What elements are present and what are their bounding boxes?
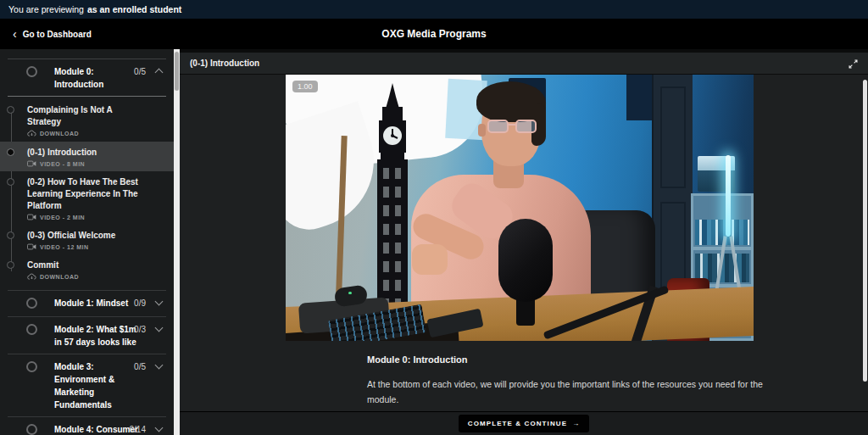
module-progress-count: 0/9	[134, 298, 146, 308]
module-title: Module 2: What $1m in 57 days looks like	[54, 323, 139, 349]
module-section-0: Module 0: Introduction 0/5 Complaining I…	[0, 59, 174, 290]
lesson-content-area: 1.00 Module 0: Introduction At the botto…	[180, 75, 868, 410]
module-progress-circle	[26, 324, 37, 335]
video-player[interactable]: 1.00	[286, 75, 754, 341]
video-camera-icon	[27, 243, 36, 250]
module-header-3[interactable]: Module 3: Environment & Marketing Fundam…	[0, 354, 174, 416]
cloud-download-icon	[27, 130, 36, 137]
lesson-item-commit[interactable]: Commit DOWNLOAD	[0, 254, 174, 285]
preview-banner: You are previewing as an enrolled studen…	[0, 0, 868, 19]
lesson-status-circle-current	[7, 148, 14, 156]
module-progress-circle	[26, 424, 37, 435]
go-to-dashboard-link[interactable]: ‹ Go to Dashboard	[13, 30, 92, 39]
module-progress-circle	[26, 361, 37, 372]
course-title: OXG Media Programs	[0, 28, 868, 40]
module-progress-count: 0/5	[134, 362, 146, 371]
lesson-title: (0-1) Introduction	[27, 147, 147, 159]
complete-button-label: COMPLETE & CONTINUE	[468, 420, 567, 427]
lesson-item-0-2[interactable]: (0-2) How To Have The Best Learning Expe…	[0, 171, 174, 225]
arrow-right-icon: →	[572, 420, 580, 427]
lesson-title: Complaining Is Not A Strategy	[27, 104, 147, 128]
lesson-meta: VIDEO - 12 MIN	[40, 244, 89, 250]
glasses-lens	[515, 120, 537, 133]
lesson-description: Module 0: Introduction At the bottom of …	[367, 354, 781, 408]
description-body: At the bottom of each video, we will pro…	[367, 376, 781, 408]
module-section-1: Module 1: Mindset 0/9	[0, 291, 174, 316]
module-header-4[interactable]: Module 4: Consumer Psychology 0/14	[0, 417, 174, 435]
lesson-footer-bar: COMPLETE & CONTINUE →	[180, 411, 868, 435]
lesson-meta: VIDEO - 8 MIN	[40, 161, 85, 167]
sidebar-scrollbar-thumb[interactable]	[175, 52, 179, 91]
lesson-title: (0-3) Official Welcome	[27, 230, 147, 242]
module-title: Module 1: Mindset	[54, 297, 139, 310]
complete-continue-button[interactable]: COMPLETE & CONTINUE →	[459, 415, 589, 432]
module-progress-count: 0/3	[134, 325, 146, 334]
module-title: Module 4: Consumer Psychology	[54, 423, 139, 435]
module-section-4: Module 4: Consumer Psychology 0/14	[0, 417, 174, 435]
lesson-status-circle	[7, 178, 14, 186]
lesson-status-circle	[7, 231, 14, 239]
video-camera-icon	[27, 214, 36, 220]
module-title: Module 0: Introduction	[54, 65, 139, 91]
glasses-lens	[487, 120, 509, 133]
chevron-down-icon	[155, 324, 164, 332]
module-title: Module 3: Environment & Marketing Fundam…	[54, 360, 139, 411]
preview-banner-bold-text: as an enrolled student	[87, 4, 181, 14]
description-heading: Module 0: Introduction	[367, 354, 781, 365]
module-progress-circle	[26, 298, 37, 309]
lesson-main-panel: (0-1) Introduction	[180, 49, 868, 435]
app-header: ‹ Go to Dashboard OXG Media Programs	[0, 19, 868, 49]
chevron-up-icon	[155, 69, 164, 77]
playback-speed-badge[interactable]: 1.00	[292, 81, 318, 92]
lesson-title: (0-2) How To Have The Best Learning Expe…	[27, 176, 147, 212]
person-ear	[478, 124, 486, 137]
module-section-3: Module 3: Environment & Marketing Fundam…	[0, 354, 174, 416]
person-fist	[412, 244, 448, 275]
diagonal-expand-arrows-icon	[848, 59, 859, 70]
lesson-title: Commit	[27, 259, 147, 271]
lesson-item-complaining[interactable]: Complaining Is Not A Strategy DOWNLOAD	[0, 99, 174, 142]
lesson-title-bar: (0-1) Introduction	[180, 53, 868, 75]
main-scrollbar-thumb[interactable]	[863, 80, 867, 382]
chevron-down-icon	[155, 424, 164, 432]
cloud-download-icon	[27, 273, 36, 281]
microphone	[498, 219, 553, 302]
app-window: You are previewing as an enrolled studen…	[0, 0, 868, 435]
curriculum-sidebar: Module 0: Introduction 0/5 Complaining I…	[0, 49, 174, 435]
lesson-status-circle	[7, 106, 14, 114]
chevron-left-icon: ‹	[13, 30, 17, 38]
lesson-list: Complaining Is Not A Strategy DOWNLOAD (…	[0, 97, 174, 290]
video-camera-icon	[27, 160, 36, 167]
lesson-item-0-3[interactable]: (0-3) Official Welcome VIDEO - 12 MIN	[0, 225, 174, 254]
lesson-meta: VIDEO - 2 MIN	[40, 215, 85, 220]
module-header-2[interactable]: Module 2: What $1m in 57 days looks like…	[0, 317, 174, 354]
scrolled-item-divider	[8, 49, 166, 59]
back-label: Go to Dashboard	[23, 30, 92, 39]
lesson-meta: DOWNLOAD	[40, 274, 79, 280]
mouse-logo-light	[348, 292, 352, 294]
module-progress-count: 0/5	[134, 67, 146, 76]
chevron-down-icon	[155, 361, 164, 370]
sidebar-scrollbar[interactable]	[174, 49, 180, 435]
module-progress-circle	[26, 66, 37, 77]
lesson-status-circle	[7, 261, 14, 269]
chevron-down-icon	[155, 298, 164, 306]
glasses-bridge	[508, 124, 516, 125]
current-lesson-title: (0-1) Introduction	[190, 59, 259, 68]
module-header-1[interactable]: Module 1: Mindset 0/9	[0, 291, 174, 316]
led-tube-light	[726, 155, 731, 237]
module-progress-count: 0/14	[130, 425, 146, 434]
preview-banner-text: You are previewing	[8, 4, 84, 14]
module-header-0[interactable]: Module 0: Introduction 0/5	[0, 59, 174, 96]
module-section-2: Module 2: What $1m in 57 days looks like…	[0, 317, 174, 354]
lesson-item-0-1-current[interactable]: (0-1) Introduction VIDEO - 8 MIN	[0, 142, 174, 171]
expand-fullscreen-button[interactable]	[848, 58, 860, 70]
lesson-meta: DOWNLOAD	[40, 131, 79, 137]
